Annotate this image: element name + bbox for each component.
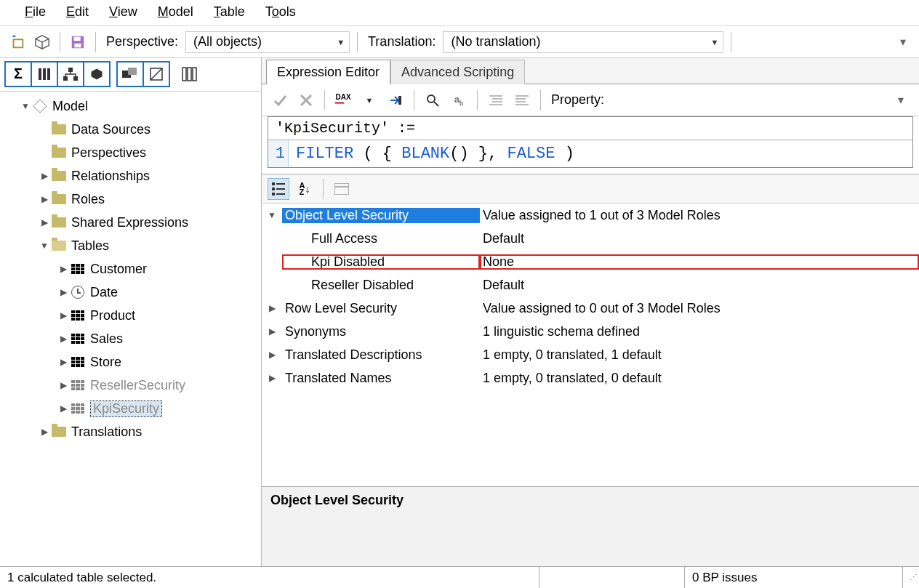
menu-view[interactable]: View <box>109 4 137 20</box>
toolbar-perspective-translation: Perspective: (All objects) ▼ Translation… <box>0 26 919 58</box>
dropdown-icon[interactable]: ▼ <box>358 89 380 111</box>
property-value[interactable]: 1 empty, 0 translated, 0 default <box>480 371 919 386</box>
expression-code[interactable]: 1 FILTER ( { BLANK() }, FALSE ) <box>268 140 912 167</box>
menu-model[interactable]: Model <box>158 4 193 20</box>
svg-rect-8 <box>68 68 73 72</box>
property-value[interactable]: 1 empty, 0 translated, 1 default <box>480 347 919 363</box>
property-description-title: Object Level Security <box>270 493 910 508</box>
code-line[interactable]: FILTER ( { BLANK() }, FALSE ) <box>289 140 582 167</box>
tree-node-tables[interactable]: Tables <box>6 234 260 257</box>
tree-node-perspectives[interactable]: Perspectives <box>6 141 260 164</box>
expand-icon[interactable] <box>262 326 282 337</box>
property-name: Synonyms <box>282 324 480 339</box>
tree-node-customer[interactable]: Customer <box>6 257 260 281</box>
svg-rect-17 <box>188 68 191 81</box>
tree-node-model[interactable]: Model <box>6 94 260 118</box>
tree-node-shared-expressions[interactable]: Shared Expressions <box>6 211 260 234</box>
refresh-in-icon[interactable] <box>7 32 28 52</box>
line-number: 1 <box>268 140 289 167</box>
save-icon[interactable] <box>68 32 88 52</box>
expand-icon[interactable] <box>262 210 282 220</box>
columns-layout-icon[interactable] <box>176 61 204 87</box>
model-tree[interactable]: Model Data Sources Perspectives Relation… <box>0 92 261 566</box>
status-middle <box>539 567 685 588</box>
properties-panel: AZ↓ Object Level SecurityValue assigned … <box>262 174 919 566</box>
indent-icon[interactable] <box>485 89 507 111</box>
svg-rect-0 <box>14 39 23 47</box>
property-row[interactable]: Translated Names1 empty, 0 translated, 0… <box>262 366 919 390</box>
menu-tools[interactable]: Tools <box>265 4 296 20</box>
tab-advanced-scripting[interactable]: Advanced Scripting <box>390 60 525 84</box>
properties-toolbar: AZ↓ <box>262 174 919 204</box>
menu-edit[interactable]: Edit <box>66 4 89 20</box>
tree-node-product[interactable]: Product <box>6 304 260 327</box>
expression-toolbar-overflow-icon[interactable]: ▾ <box>890 89 912 111</box>
filter-folders-icon[interactable] <box>116 61 144 87</box>
property-value[interactable]: 1 linguistic schema defined <box>480 324 919 339</box>
goto-icon[interactable] <box>385 89 406 111</box>
svg-rect-24 <box>272 193 275 196</box>
perspective-combo[interactable]: (All objects) ▼ <box>185 31 350 53</box>
perspective-value: (All objects) <box>193 34 262 49</box>
menu-table[interactable]: Table <box>214 4 245 20</box>
tree-panel: Σ Model Data Sources <box>0 58 262 566</box>
property-row[interactable]: Row Level SecurityValue assigned to 0 ou… <box>262 297 919 320</box>
cancel-icon[interactable] <box>295 89 317 111</box>
filter-cube-icon[interactable] <box>83 61 111 87</box>
filter-columns-icon[interactable] <box>31 61 58 87</box>
expression-header: 'KpiSecurity' := <box>268 117 912 140</box>
tab-expression-editor[interactable]: Expression Editor <box>266 60 390 84</box>
tree-node-relationships[interactable]: Relationships <box>6 164 260 188</box>
properties-grid[interactable]: Object Level SecurityValue assigned to 1… <box>262 204 919 486</box>
property-pages-icon[interactable] <box>331 178 353 200</box>
replace-icon[interactable]: ab <box>448 89 470 111</box>
dax-format-icon[interactable]: DAX━━ <box>332 89 354 111</box>
toolbar-overflow-icon[interactable]: ▾ <box>893 32 913 52</box>
resize-grip-icon[interactable]: ⋰ <box>903 571 919 584</box>
accept-icon[interactable] <box>269 89 291 111</box>
search-icon[interactable] <box>422 89 444 111</box>
property-row[interactable]: Kpi DisabledNone <box>262 250 919 273</box>
chevron-down-icon: ▼ <box>337 38 345 47</box>
tree-node-sales[interactable]: Sales <box>6 327 260 350</box>
outdent-icon[interactable] <box>511 89 533 111</box>
tree-node-kpi-security[interactable]: KpiSecurity <box>6 397 260 420</box>
property-row[interactable]: Synonyms1 linguistic schema defined <box>262 320 919 343</box>
expand-icon[interactable] <box>262 373 282 383</box>
tree-node-roles[interactable]: Roles <box>6 188 260 211</box>
property-label: Property: <box>548 92 607 108</box>
categorized-icon[interactable] <box>268 178 289 200</box>
status-bp-issues: 0 BP issues <box>685 567 903 588</box>
property-row[interactable]: Reseller DisabledDefault <box>262 273 919 297</box>
tree-node-data-sources[interactable]: Data Sources <box>6 118 260 141</box>
svg-point-20 <box>428 95 435 102</box>
property-name: Object Level Security <box>282 208 480 223</box>
translation-combo[interactable]: (No translation) ▼ <box>443 31 723 53</box>
expand-icon[interactable] <box>262 350 282 360</box>
menu-file[interactable]: File <box>25 4 46 20</box>
property-row[interactable]: Object Level SecurityValue assigned to 1… <box>262 204 919 227</box>
property-value[interactable]: Value assigned to 0 out of 3 Model Roles <box>480 301 919 316</box>
editor-tabs: Expression Editor Advanced Scripting <box>262 58 919 84</box>
property-row[interactable]: Translated Descriptions1 empty, 0 transl… <box>262 343 919 366</box>
property-value[interactable]: Default <box>480 278 919 293</box>
tree-node-translations[interactable]: Translations <box>6 420 260 443</box>
svg-rect-13 <box>128 68 137 75</box>
translation-label: Translation: <box>365 34 438 49</box>
svg-rect-9 <box>63 76 68 81</box>
property-name: Full Access <box>282 231 480 246</box>
filter-hidden-icon[interactable] <box>143 61 170 87</box>
expand-icon[interactable] <box>262 303 282 313</box>
cube-outline-icon[interactable] <box>32 32 52 52</box>
property-value[interactable]: Default <box>480 231 919 246</box>
svg-rect-10 <box>73 76 78 81</box>
tree-node-reseller-security[interactable]: ResellerSecurity <box>6 374 260 397</box>
tree-node-date[interactable]: Date <box>6 281 260 304</box>
property-value[interactable]: None <box>480 254 919 270</box>
filter-hierarchy-icon[interactable] <box>57 61 84 87</box>
property-value[interactable]: Value assigned to 1 out of 3 Model Roles <box>480 208 919 223</box>
filter-sigma-icon[interactable]: Σ <box>4 61 32 87</box>
property-row[interactable]: Full AccessDefault <box>262 227 919 250</box>
tree-node-store[interactable]: Store <box>6 350 260 374</box>
alphabetical-icon[interactable]: AZ↓ <box>294 178 316 200</box>
